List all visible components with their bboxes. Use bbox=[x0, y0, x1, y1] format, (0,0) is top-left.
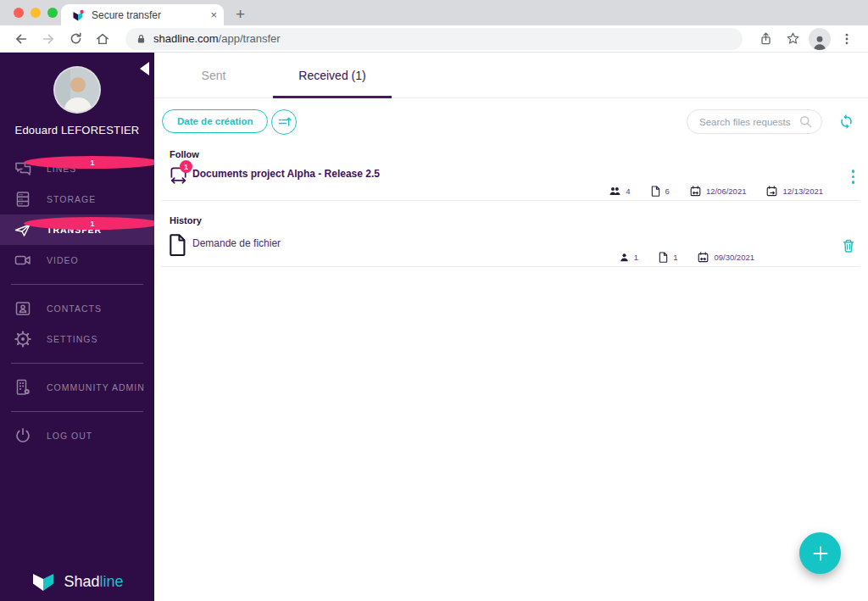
unread-badge: 1 bbox=[180, 160, 192, 173]
plus-icon bbox=[811, 544, 830, 563]
url-path: /app/transfer bbox=[219, 32, 281, 45]
sidebar-item-label: CONTACTS bbox=[47, 303, 102, 314]
main-content: Sent Received (1) Date de création bbox=[154, 53, 868, 601]
calendar-icon bbox=[698, 252, 709, 263]
row-divider bbox=[161, 266, 860, 267]
sidebar-item-transfer[interactable]: 1 TRANSFER bbox=[0, 214, 154, 245]
minimize-window-button[interactable] bbox=[31, 8, 41, 18]
files-meta: 1 bbox=[659, 252, 677, 263]
transfer-meta: 1 1 0 bbox=[620, 252, 754, 263]
tab-received[interactable]: Received (1) bbox=[264, 53, 400, 98]
sidebar-item-settings[interactable]: SETTINGS bbox=[0, 324, 154, 354]
sidebar-item-label: VIDEO bbox=[47, 255, 79, 265]
transfer-row-history[interactable]: Demande de fichier 1 bbox=[154, 231, 868, 266]
share-icon[interactable] bbox=[754, 28, 776, 50]
recipients-count: 4 bbox=[626, 186, 630, 196]
address-bar[interactable]: shadline.com/app/transfer bbox=[125, 28, 743, 50]
url-domain: shadline.com bbox=[153, 32, 219, 45]
refresh-icon[interactable] bbox=[838, 114, 854, 130]
sidebar-item-lines[interactable]: 1 LINES bbox=[0, 153, 154, 184]
date-meta: 09/30/2021 bbox=[698, 252, 754, 263]
recipients-count: 1 bbox=[634, 253, 638, 262]
transfer-title: Demande de fichier bbox=[192, 237, 281, 249]
date: 09/30/2021 bbox=[714, 253, 754, 262]
search-box[interactable] bbox=[687, 109, 822, 134]
document-icon bbox=[169, 234, 186, 256]
sidebar-item-label: LOG OUT bbox=[47, 431, 92, 441]
url-text: shadline.com/app/transfer bbox=[153, 32, 281, 45]
sidebar-item-contacts[interactable]: CONTACTS bbox=[0, 293, 154, 324]
browser-toolbar: shadline.com/app/transfer bbox=[0, 25, 868, 53]
people-icon bbox=[609, 186, 620, 196]
sidebar-item-community-admin[interactable]: COMMUNITY ADMIN bbox=[0, 372, 154, 403]
calendar-end-icon bbox=[766, 186, 777, 197]
file-icon bbox=[651, 186, 660, 197]
building-admin-icon bbox=[14, 378, 32, 397]
shadline-logo: Shadline bbox=[0, 570, 154, 593]
tab-sent[interactable]: Sent bbox=[171, 53, 256, 98]
power-icon bbox=[14, 426, 32, 445]
files-count: 6 bbox=[665, 186, 670, 196]
reload-button[interactable] bbox=[64, 28, 86, 50]
forward-button[interactable] bbox=[37, 28, 59, 50]
user-avatar[interactable] bbox=[53, 66, 101, 114]
contact-card-icon bbox=[14, 299, 32, 318]
recipients-meta: 4 bbox=[609, 186, 630, 196]
close-tab-icon[interactable]: × bbox=[210, 9, 217, 20]
transfer-row-follow[interactable]: 1 Documents project Alpha - Release 2.5 … bbox=[154, 164, 868, 200]
section-header-history: History bbox=[170, 215, 868, 225]
search-input[interactable] bbox=[699, 117, 798, 127]
transfer-tabs: Sent Received (1) bbox=[154, 53, 868, 98]
end-date: 12/13/2021 bbox=[782, 186, 823, 196]
shadline-logo-text: Shadline bbox=[64, 573, 123, 591]
browser-tab[interactable]: Secure transfer × bbox=[61, 4, 224, 25]
person-icon bbox=[620, 253, 629, 262]
collapse-sidebar-icon[interactable] bbox=[140, 62, 149, 75]
close-window-button[interactable] bbox=[14, 8, 24, 18]
search-icon bbox=[798, 114, 813, 129]
end-date-meta: 12/13/2021 bbox=[766, 186, 823, 197]
user-name: Edouard LEFORESTIER bbox=[0, 124, 154, 136]
sort-by-date-button[interactable]: Date de création bbox=[162, 109, 268, 133]
browser-menu-icon[interactable] bbox=[836, 28, 858, 50]
transfer-title: Documents project Alpha - Release 2.5 bbox=[192, 168, 380, 180]
sidebar-item-video[interactable]: VIDEO bbox=[0, 245, 154, 275]
new-transfer-fab[interactable] bbox=[799, 532, 841, 574]
sort-direction-button[interactable] bbox=[271, 109, 297, 135]
files-meta: 6 bbox=[651, 186, 670, 197]
bookmark-star-icon[interactable] bbox=[782, 28, 804, 50]
browser-window: Secure transfer × + shadline.com/app/tra… bbox=[0, 0, 868, 601]
home-button[interactable] bbox=[92, 28, 114, 50]
shadline-logo-icon bbox=[31, 570, 56, 593]
sidebar-item-storage[interactable]: STORAGE bbox=[0, 184, 154, 214]
sidebar-item-label: STORAGE bbox=[47, 194, 96, 204]
video-camera-icon bbox=[14, 251, 32, 270]
lock-icon bbox=[136, 33, 147, 45]
gear-icon bbox=[14, 330, 32, 348]
sidebar-item-label: SETTINGS bbox=[47, 334, 98, 344]
row-divider bbox=[161, 200, 860, 201]
tab-title: Secure transfer bbox=[92, 9, 203, 21]
new-tab-button[interactable]: + bbox=[236, 6, 245, 22]
sidebar-item-logout[interactable]: LOG OUT bbox=[0, 420, 154, 451]
row-menu-icon[interactable] bbox=[850, 168, 857, 186]
calendar-start-icon bbox=[690, 186, 701, 197]
zoom-window-button[interactable] bbox=[47, 8, 58, 18]
browser-profile-avatar[interactable] bbox=[809, 28, 831, 50]
delete-icon[interactable] bbox=[841, 238, 856, 253]
sidebar-divider bbox=[11, 284, 143, 285]
sidebar: Edouard LEFORESTIER 1 LINES bbox=[0, 53, 154, 601]
sidebar-item-label: COMMUNITY ADMIN bbox=[47, 382, 145, 392]
window-controls[interactable] bbox=[14, 8, 58, 18]
favicon bbox=[71, 8, 85, 22]
file-icon bbox=[659, 252, 668, 263]
browser-tabstrip: Secure transfer × + bbox=[0, 0, 868, 25]
back-button[interactable] bbox=[10, 28, 32, 50]
lines-badge: 1 bbox=[24, 156, 161, 169]
storage-icon bbox=[14, 190, 32, 209]
sidebar-nav: 1 LINES STORAGE bbox=[0, 153, 154, 451]
transfer-badge: 1 bbox=[24, 217, 161, 230]
section-header-follow: Follow bbox=[170, 149, 868, 159]
transfer-meta: 4 6 1 bbox=[609, 186, 823, 197]
start-date-meta: 12/06/2021 bbox=[690, 186, 747, 197]
